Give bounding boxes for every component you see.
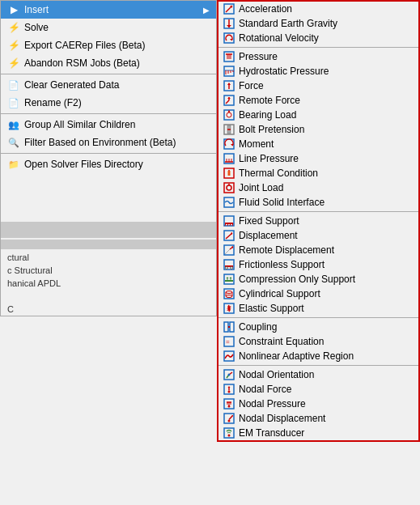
menu-item-insert[interactable]: ▶ Insert ▶ bbox=[1, 1, 216, 19]
separator-right-3 bbox=[218, 317, 418, 318]
frictionless-support-label: Frictionless Support bbox=[239, 259, 325, 270]
menu-item-acceleration[interactable]: Acceleration bbox=[218, 2, 418, 16]
menu-item-bolt-pretension[interactable]: Bolt Pretension bbox=[218, 122, 418, 137]
menu-item-thermal-condition[interactable]: Thermal Condition bbox=[218, 166, 418, 180]
menu-item-nodal-force[interactable]: Nodal Force bbox=[218, 382, 418, 397]
menu-item-group-similar[interactable]: 👥 Group All Similar Children bbox=[1, 116, 216, 134]
menu-item-standard-earth-gravity[interactable]: Standard Earth Gravity bbox=[218, 16, 418, 31]
pressure-label: Pressure bbox=[239, 51, 278, 62]
svg-marker-5 bbox=[227, 25, 231, 28]
export-caerep-icon: ⚡ bbox=[7, 39, 20, 52]
right-submenu: Acceleration Standard Earth Gravity Rota… bbox=[217, 0, 420, 442]
standard-earth-gravity-label: Standard Earth Gravity bbox=[239, 18, 337, 29]
menu-item-nodal-orientation[interactable]: Nodal Orientation bbox=[218, 367, 418, 382]
svg-line-96 bbox=[229, 416, 232, 420]
menu-item-cylindrical-support[interactable]: Cylindrical Support bbox=[218, 286, 418, 301]
nodal-displacement-icon bbox=[223, 413, 235, 424]
nodal-orientation-icon bbox=[223, 369, 235, 380]
menu-item-export-caerep[interactable]: ⚡ Export CAERep Files (Beta) bbox=[1, 36, 216, 54]
menu-item-coupling[interactable]: Coupling bbox=[218, 320, 418, 334]
compression-only-support-label: Compression Only Support bbox=[239, 274, 355, 285]
clear-generated-label: Clear Generated Data bbox=[24, 79, 119, 91]
list-item-2: hanical APDL bbox=[1, 277, 216, 290]
insert-arrow: ▶ bbox=[203, 6, 210, 15]
insert-label: Insert bbox=[24, 4, 49, 15]
list-item-0: ctural bbox=[1, 251, 216, 264]
rename-label: Rename (F2) bbox=[24, 97, 82, 108]
bearing-load-label: Bearing Load bbox=[239, 109, 296, 121]
insert-icon: ▶ bbox=[7, 3, 20, 16]
remote-force-icon bbox=[223, 95, 235, 106]
nonlinear-adaptive-region-icon bbox=[223, 350, 235, 362]
menu-item-pressure[interactable]: Pressure bbox=[218, 49, 418, 64]
menu-item-open-solver[interactable]: 📁 Open Solver Files Directory bbox=[1, 155, 216, 173]
em-transducer-icon bbox=[223, 427, 235, 439]
menu-item-constraint-equation[interactable]: = Constraint Equation bbox=[218, 334, 418, 349]
svg-point-69 bbox=[226, 291, 232, 294]
menu-item-nodal-displacement[interactable]: Nodal Displacement bbox=[218, 411, 418, 426]
menu-item-fixed-support[interactable]: Fixed Support bbox=[218, 214, 418, 228]
svg-point-95 bbox=[228, 420, 231, 422]
clear-icon: 📄 bbox=[7, 79, 20, 91]
cylindrical-support-label: Cylindrical Support bbox=[239, 288, 320, 299]
menu-item-joint-load[interactable]: Joint Load bbox=[218, 180, 418, 195]
separator-2 bbox=[1, 113, 216, 114]
menu-item-remote-force[interactable]: Remote Force bbox=[218, 93, 418, 108]
menu-item-bearing-load[interactable]: Bearing Load bbox=[218, 108, 418, 122]
rotational-velocity-label: Rotational Velocity bbox=[239, 32, 319, 44]
list-item-1: c Structural bbox=[1, 264, 216, 277]
svg-text:=: = bbox=[226, 338, 230, 346]
menu-item-displacement[interactable]: Displacement bbox=[218, 228, 418, 243]
thermal-condition-label: Thermal Condition bbox=[239, 168, 318, 179]
menu-item-force[interactable]: Force bbox=[218, 79, 418, 93]
remote-displacement-icon bbox=[223, 244, 235, 256]
menu-item-frictionless-support[interactable]: Frictionless Support bbox=[218, 257, 418, 272]
menu-item-filter-based[interactable]: 🔍 Filter Based on Environment (Beta) bbox=[1, 134, 216, 151]
coupling-label: Coupling bbox=[239, 321, 277, 333]
elastic-support-label: Elastic Support bbox=[239, 303, 304, 314]
menu-item-nonlinear-adaptive-region[interactable]: Nonlinear Adaptive Region bbox=[218, 349, 418, 363]
svg-rect-74 bbox=[224, 322, 228, 332]
menu-item-hydrostatic-pressure[interactable]: Hydrostatic Pressure bbox=[218, 64, 418, 79]
moment-label: Moment bbox=[239, 138, 274, 150]
menu-item-rotational-velocity[interactable]: Rotational Velocity bbox=[218, 31, 418, 45]
svg-line-52 bbox=[226, 233, 232, 239]
frictionless-support-icon bbox=[223, 259, 235, 270]
gray-bar-1 bbox=[1, 222, 216, 238]
menu-item-line-pressure[interactable]: Line Pressure bbox=[218, 151, 418, 166]
filter-based-label: Filter Based on Environment (Beta) bbox=[24, 137, 176, 148]
coupling-icon bbox=[223, 321, 235, 333]
group-icon: 👥 bbox=[7, 118, 20, 131]
nodal-orientation-label: Nodal Orientation bbox=[239, 369, 314, 380]
menu-item-clear-generated[interactable]: 📄 Clear Generated Data bbox=[1, 76, 216, 94]
menu-item-abandon-rsm[interactable]: ⚡ Abandon RSM Jobs (Beta) bbox=[1, 54, 216, 72]
svg-marker-66 bbox=[227, 277, 229, 278]
menu-item-compression-only-support[interactable]: Compression Only Support bbox=[218, 272, 418, 286]
menu-item-solve[interactable]: ⚡ Solve bbox=[1, 19, 216, 36]
line-pressure-icon bbox=[223, 153, 235, 164]
line-pressure-label: Line Pressure bbox=[239, 153, 299, 164]
filter-icon: 🔍 bbox=[7, 136, 20, 149]
menu-item-nodal-pressure[interactable]: Nodal Pressure bbox=[218, 397, 418, 411]
menu-item-elastic-support[interactable]: Elastic Support bbox=[218, 301, 418, 316]
separator-right-1 bbox=[218, 47, 418, 48]
solve-label: Solve bbox=[24, 22, 49, 33]
list-item-3 bbox=[1, 290, 216, 303]
abandon-rsm-icon: ⚡ bbox=[7, 57, 20, 70]
menu-item-fluid-solid-interface[interactable]: Fluid Solid Interface bbox=[218, 195, 418, 210]
standard-earth-gravity-icon bbox=[223, 18, 235, 29]
menu-item-em-transducer[interactable]: EM Transducer bbox=[218, 426, 418, 440]
separator-right-4 bbox=[218, 365, 418, 366]
abandon-rsm-label: Abandon RSM Jobs (Beta) bbox=[24, 57, 140, 69]
svg-point-85 bbox=[228, 391, 231, 393]
svg-line-19 bbox=[226, 100, 229, 104]
acceleration-label: Acceleration bbox=[239, 3, 292, 15]
moment-icon bbox=[223, 138, 235, 150]
separator-right-2 bbox=[218, 211, 418, 212]
remote-force-label: Remote Force bbox=[239, 95, 300, 106]
menu-item-remote-displacement[interactable]: Remote Displacement bbox=[218, 243, 418, 257]
nodal-displacement-label: Nodal Displacement bbox=[239, 413, 325, 424]
menu-item-rename[interactable]: 📄 Rename (F2) bbox=[1, 94, 216, 112]
menu-item-moment[interactable]: Moment bbox=[218, 137, 418, 151]
cylindrical-support-icon bbox=[223, 288, 235, 299]
